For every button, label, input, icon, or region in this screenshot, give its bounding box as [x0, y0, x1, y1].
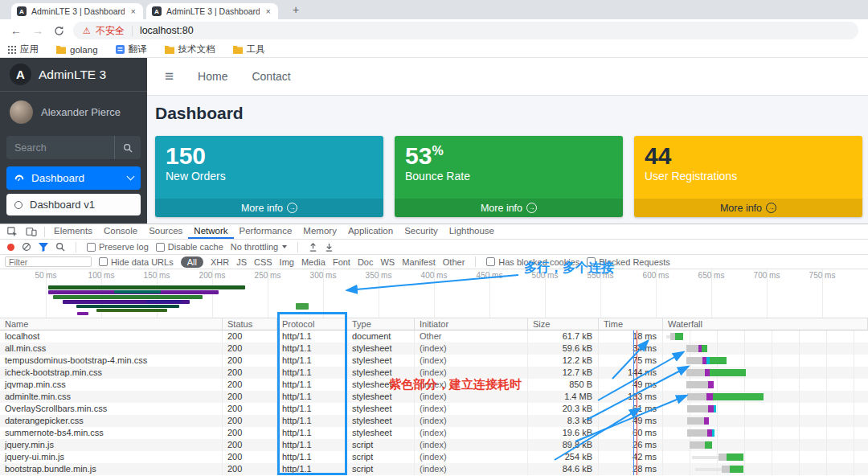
cell-waterfall: [663, 415, 868, 427]
device-toolbar-icon[interactable]: [26, 227, 37, 236]
cell-time: 61 ms: [599, 403, 663, 415]
user-panel[interactable]: Alexander Pierce: [0, 92, 147, 125]
network-request-row[interactable]: tempusdominus-bootstrap-4.min.css200http…: [0, 355, 868, 367]
filter-type-doc[interactable]: Doc: [358, 257, 374, 267]
cell-status: 200: [223, 355, 277, 367]
bookmark-tech-docs[interactable]: 技术文档: [165, 43, 215, 55]
devtools-tab-strip: ElementsConsoleSourcesNetworkPerformance…: [48, 224, 500, 240]
network-request-row[interactable]: jquery.min.js200http/1.1script(index)89.…: [0, 439, 868, 451]
browser-tab-2[interactable]: A AdminLTE 3 | Dashboard ×: [146, 3, 278, 19]
preserve-log-checkbox[interactable]: Preserve log: [87, 242, 149, 252]
folder-icon: [233, 46, 243, 54]
browser-tab-1[interactable]: A AdminLTE 3 | Dashboard ×: [11, 3, 143, 19]
tab-close-icon[interactable]: ×: [129, 6, 137, 16]
filter-input[interactable]: [5, 256, 92, 267]
security-label[interactable]: 不安全: [96, 24, 125, 38]
waterfall-segment-download: [702, 345, 707, 352]
nav-link-home[interactable]: Home: [198, 70, 227, 83]
timeline-tick-label: 750 ms: [809, 271, 836, 280]
folder-icon: [165, 46, 174, 54]
column-header-name[interactable]: Name: [0, 318, 223, 330]
overview-activity-bar: [76, 305, 179, 308]
network-request-row[interactable]: adminlte.min.css200http/1.1stylesheet(in…: [0, 391, 868, 403]
inspect-element-icon[interactable]: [7, 227, 18, 237]
search-button[interactable]: [114, 136, 141, 159]
filter-funnel-icon[interactable]: [39, 243, 48, 252]
column-header-status[interactable]: Status: [223, 318, 277, 330]
devtools-tab-console[interactable]: Console: [98, 224, 143, 239]
clear-icon[interactable]: [22, 242, 31, 252]
devtools-tab-network[interactable]: Network: [188, 224, 233, 239]
network-request-row[interactable]: daterangepicker.css200http/1.1stylesheet…: [0, 415, 868, 427]
brand-text: AdminLTE 3: [39, 68, 106, 82]
import-har-icon[interactable]: [309, 243, 317, 252]
cell-initiator: (index): [415, 391, 528, 403]
network-request-row[interactable]: all.min.css200http/1.1stylesheet(index)5…: [0, 343, 868, 355]
sidebar-item-dashboard-v1[interactable]: Dashboard v1: [6, 194, 141, 215]
filter-type-xhr[interactable]: XHR: [211, 257, 229, 267]
annotation-note-purple: 紫色部分，建立连接耗时: [389, 377, 522, 392]
back-icon[interactable]: ←: [10, 24, 22, 37]
cell-name: jquery-ui.min.js: [0, 451, 223, 463]
column-header-time[interactable]: Time: [599, 318, 663, 330]
more-info-link[interactable]: More info→: [155, 199, 383, 217]
record-icon[interactable]: [7, 244, 14, 251]
bookmark-golang[interactable]: golang: [56, 45, 98, 55]
new-tab-button[interactable]: +: [293, 3, 299, 16]
network-overview[interactable]: 50 ms100 ms150 ms200 ms250 ms300 ms350 m…: [0, 269, 868, 318]
tab-close-icon[interactable]: ×: [264, 6, 272, 16]
devtools-tab-bar: ElementsConsoleSourcesNetworkPerformance…: [0, 224, 868, 240]
more-info-link[interactable]: More info→: [395, 199, 623, 217]
filter-type-other[interactable]: Other: [443, 257, 465, 267]
waterfall-segment-waiting: [714, 405, 716, 412]
column-header-type[interactable]: Type: [347, 318, 415, 330]
search-input[interactable]: [6, 136, 114, 159]
devtools-tab-memory[interactable]: Memory: [297, 224, 342, 239]
filter-type-ws[interactable]: WS: [380, 257, 395, 267]
network-request-row[interactable]: localhost200http/1.1documentOther61.7 kB…: [0, 330, 868, 343]
network-request-row[interactable]: summernote-bs4.min.css200http/1.1stylesh…: [0, 427, 868, 439]
sidebar-item-dashboard[interactable]: Dashboard: [6, 166, 141, 190]
devtools-tab-lighthouse[interactable]: Lighthouse: [444, 224, 500, 239]
waterfall-segment-download: [730, 466, 743, 473]
brand-link[interactable]: A AdminLTE 3: [0, 58, 147, 92]
devtools-tab-application[interactable]: Application: [342, 224, 399, 239]
hide-data-urls-checkbox[interactable]: Hide data URLs: [99, 257, 174, 267]
bookmark-translate[interactable]: 翻译: [116, 43, 147, 55]
filter-type-manifest[interactable]: Manifest: [402, 257, 436, 267]
more-info-link[interactable]: More info→: [634, 199, 862, 217]
reload-icon[interactable]: [54, 26, 64, 36]
bookmark-tools[interactable]: 工具: [233, 43, 265, 55]
forward-icon[interactable]: →: [32, 24, 43, 37]
throttling-dropdown[interactable]: No throttling: [231, 242, 287, 252]
devtools-tab-performance[interactable]: Performance: [234, 224, 298, 239]
network-request-row[interactable]: bootstrap.bundle.min.js200http/1.1script…: [0, 463, 868, 475]
disable-cache-checkbox[interactable]: Disable cache: [156, 242, 223, 252]
export-har-icon[interactable]: [325, 243, 334, 252]
omnibox[interactable]: ⚠ 不安全 localhost:80: [73, 22, 858, 39]
filter-type-all[interactable]: All: [181, 256, 203, 268]
column-header-waterfall[interactable]: Waterfall: [663, 318, 868, 330]
filter-type-font[interactable]: Font: [333, 257, 350, 267]
waterfall-segment-stalled: [722, 466, 730, 473]
hamburger-icon[interactable]: ≡: [165, 68, 174, 85]
filter-type-img[interactable]: Img: [280, 257, 294, 267]
filter-type-media[interactable]: Media: [301, 257, 326, 267]
url-text[interactable]: localhost:80: [140, 25, 194, 36]
devtools-tab-security[interactable]: Security: [399, 224, 444, 239]
filter-type-js[interactable]: JS: [236, 257, 247, 267]
network-request-row[interactable]: jquery-ui.min.js200http/1.1script(index)…: [0, 451, 868, 463]
devtools-tab-sources[interactable]: Sources: [143, 224, 188, 239]
divider: [44, 227, 45, 237]
column-header-size[interactable]: Size: [528, 318, 599, 330]
column-header-initiator[interactable]: Initiator: [415, 318, 528, 330]
info-box-label: User Registrations: [634, 170, 862, 183]
bookmark-apps[interactable]: 应用: [8, 43, 39, 55]
waterfall-bar: [687, 429, 714, 437]
network-request-row[interactable]: OverlayScrollbars.min.css200http/1.1styl…: [0, 403, 868, 415]
waterfall-segment-stalled: [686, 381, 708, 388]
nav-link-contact[interactable]: Contact: [252, 70, 290, 83]
devtools-tab-elements[interactable]: Elements: [48, 224, 98, 239]
search-icon[interactable]: [55, 242, 65, 252]
filter-type-css[interactable]: CSS: [254, 257, 272, 267]
